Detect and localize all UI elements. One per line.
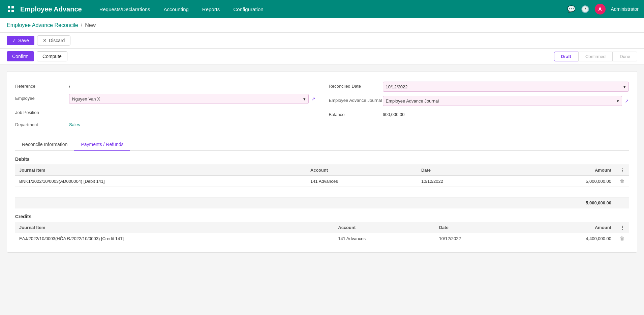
emp-journal-value: Employee Advance Journal — [386, 98, 439, 104]
menu-accounting[interactable]: Accounting — [157, 0, 195, 18]
confirm-button[interactable]: Confirm — [7, 51, 34, 61]
debit-amount-0: 5,000,000.00 — [511, 176, 615, 187]
debit-empty-row — [15, 187, 629, 198]
job-position-value — [69, 108, 315, 110]
department-value[interactable]: Sales — [69, 120, 315, 127]
svg-rect-0 — [8, 6, 10, 8]
emp-journal-row: Employee Advance Journal Employee Advanc… — [329, 94, 629, 108]
debit-date-0: 10/12/2022 — [417, 176, 511, 187]
credits-header-row: Journal Item Account Date Amount ⋮ — [15, 222, 629, 233]
credits-table: Journal Item Account Date Amount ⋮ EAJ/2… — [15, 222, 629, 244]
credit-journal-item-0: EAJ/2022/10/0003(HÓA Đ/2022/10/0003) [Cr… — [15, 233, 334, 244]
tab-payments-refunds[interactable]: Payments / Refunds — [74, 138, 130, 151]
debits-total-row: 5,000,000.00 — [15, 198, 629, 208]
credit-date-0: 10/12/2022 — [435, 233, 520, 244]
department-label: Department — [15, 120, 69, 127]
save-button[interactable]: ✓ Save — [7, 36, 34, 45]
debits-total-value: 5,000,000.00 — [511, 198, 615, 208]
status-confirmed[interactable]: Confirmed — [578, 52, 613, 61]
reconciled-date-value: 10/12/2022 — [386, 84, 408, 89]
job-position-label: Job Position — [15, 108, 69, 115]
employee-dropdown-icon: ▾ — [303, 96, 306, 102]
svg-rect-2 — [8, 10, 10, 12]
avatar[interactable]: A — [595, 4, 606, 15]
debit-journal-item-0: BNK1/2022/10/0003(AD000004) [Debit 141] — [15, 176, 306, 187]
employee-label: Employee — [15, 94, 69, 101]
discard-icon: ✕ — [43, 38, 47, 43]
credits-date-header: Date — [435, 222, 520, 233]
debits-total-actions — [615, 198, 629, 208]
job-position-row: Job Position — [15, 106, 315, 118]
form-card: Reference / Employee Nguyen Van X ▾ ↗ Jo… — [7, 71, 637, 253]
breadcrumb-separator: / — [81, 22, 82, 28]
svg-rect-3 — [11, 10, 14, 12]
reconciled-date-label: Reconciled Date — [329, 82, 383, 89]
emp-journal-external-link-icon[interactable]: ↗ — [625, 98, 629, 104]
credit-amount-0: 4,400,000.00 — [520, 233, 615, 244]
debits-header-row: Journal Item Account Date Amount ⋮ — [15, 165, 629, 176]
status-actions: Confirm Compute — [7, 51, 67, 61]
credits-section-title: Credits — [15, 214, 629, 219]
breadcrumb-parent[interactable]: Employee Advance Reconcile — [7, 22, 78, 28]
credits-journal-item-header: Journal Item — [15, 222, 334, 233]
status-draft[interactable]: Draft — [554, 52, 578, 61]
username[interactable]: Administrator — [611, 6, 639, 12]
debits-actions-header: ⋮ — [615, 165, 629, 176]
debits-date-header: Date — [417, 165, 511, 176]
employee-row: Employee Nguyen Van X ▾ ↗ — [15, 92, 315, 106]
status-done[interactable]: Done — [613, 52, 637, 61]
emp-journal-field-wrapper: Employee Advance Journal ▾ ↗ — [383, 96, 629, 106]
svg-rect-1 — [11, 6, 14, 8]
debits-journal-item-header: Journal Item — [15, 165, 306, 176]
main-content: Reference / Employee Nguyen Van X ▾ ↗ Jo… — [0, 64, 644, 312]
grid-menu-icon[interactable] — [5, 4, 16, 15]
debits-account-header: Account — [306, 165, 417, 176]
debit-row-0: BNK1/2022/10/0003(AD000004) [Debit 141] … — [15, 176, 629, 187]
discard-button[interactable]: ✕ Discard — [37, 35, 70, 46]
menu-reports[interactable]: Reports — [195, 0, 227, 18]
debit-delete-0[interactable]: 🗑 — [615, 176, 629, 187]
discard-label: Discard — [49, 38, 65, 43]
credit-delete-0[interactable]: 🗑 — [615, 233, 629, 244]
debits-section-title: Debits — [15, 156, 629, 162]
breadcrumb-current: New — [85, 22, 96, 28]
debit-delete-icon-0[interactable]: 🗑 — [620, 178, 624, 184]
credits-more-icon[interactable]: ⋮ — [620, 225, 624, 230]
credits-actions-header: ⋮ — [615, 222, 629, 233]
chat-icon[interactable]: 💬 — [567, 5, 576, 13]
credits-account-header: Account — [334, 222, 435, 233]
emp-journal-select[interactable]: Employee Advance Journal ▾ — [383, 96, 622, 106]
balance-label: Balance — [329, 110, 383, 117]
form-fields: Reference / Employee Nguyen Van X ▾ ↗ Jo… — [15, 80, 629, 130]
debits-total-spacer — [15, 198, 511, 208]
status-steps: Draft Confirmed Done — [554, 52, 637, 61]
save-label: Save — [18, 38, 29, 43]
clock-icon[interactable]: 🕐 — [581, 5, 589, 13]
topnav: Employee Advance Requests/Declarations A… — [0, 0, 644, 18]
tab-reconcile-info[interactable]: Reconcile Information — [15, 138, 74, 151]
status-bar: Confirm Compute Draft Confirmed Done — [0, 49, 644, 64]
credit-row-0: EAJ/2022/10/0003(HÓA Đ/2022/10/0003) [Cr… — [15, 233, 629, 244]
breadcrumb: Employee Advance Reconcile / New — [0, 18, 644, 33]
menu-configuration[interactable]: Configuration — [226, 0, 270, 18]
credit-delete-icon-0[interactable]: 🗑 — [620, 236, 624, 241]
balance-row: Balance 600,000.00 — [329, 108, 629, 120]
reference-value: / — [69, 82, 315, 89]
employee-value: Nguyen Van X — [72, 96, 100, 102]
save-icon: ✓ — [12, 38, 16, 43]
reconciled-date-row: Reconciled Date 10/12/2022 ▾ — [329, 80, 629, 94]
debits-table: Journal Item Account Date Amount ⋮ BNK1/… — [15, 165, 629, 208]
menu-requests[interactable]: Requests/Declarations — [93, 0, 157, 18]
debits-more-icon[interactable]: ⋮ — [620, 168, 624, 173]
balance-value: 600,000.00 — [383, 110, 629, 117]
department-row: Department Sales — [15, 118, 315, 130]
employee-external-link-icon[interactable]: ↗ — [311, 96, 315, 102]
topnav-right: 💬 🕐 A Administrator — [567, 4, 639, 15]
employee-select[interactable]: Nguyen Van X ▾ — [69, 94, 309, 104]
reconciled-date-select[interactable]: 10/12/2022 ▾ — [383, 82, 629, 92]
compute-button[interactable]: Compute — [37, 51, 67, 61]
emp-journal-dropdown-icon: ▾ — [617, 98, 619, 104]
reference-label: Reference — [15, 82, 69, 89]
credit-account-0: 141 Advances — [334, 233, 435, 244]
debit-account-0: 141 Advances — [306, 176, 417, 187]
